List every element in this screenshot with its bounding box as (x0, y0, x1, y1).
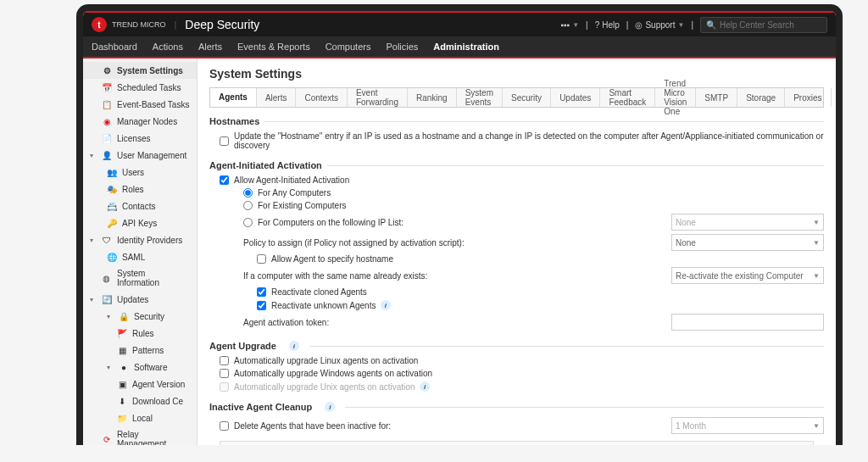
aia-allow-checkbox[interactable]: Allow Agent-Initiated Activation (220, 175, 349, 185)
help-link[interactable]: ?Help (595, 20, 620, 30)
tab-smtp[interactable]: SMTP (696, 88, 737, 107)
sidebar-item-event-based-tasks[interactable]: 📋Event-Based Tasks (83, 96, 197, 113)
sidebar-item-contacts[interactable]: 📇Contacts (83, 198, 197, 214)
tab-scroll-left[interactable]: ‹ (832, 88, 836, 107)
contacts-icon: 📇 (107, 201, 117, 211)
topbar-divider: | (586, 20, 588, 30)
tab-agents[interactable]: Agents (210, 88, 257, 107)
sidebar-item-local[interactable]: 📁Local (83, 409, 197, 426)
aia-token-input[interactable] (671, 314, 824, 331)
cleanup-note: NOTE Deleting an agent removes any assig… (220, 441, 814, 445)
tab-updates[interactable]: Updates (551, 88, 600, 107)
upgrade-windows-checkbox[interactable]: Automatically upgrade Windows agents on … (220, 369, 432, 378)
relay-icon: ⟳ (102, 434, 112, 444)
nav-dashboard[interactable]: Dashboard (92, 42, 137, 52)
hostnames-update-checkbox[interactable]: Update the "Hostname" entry if an IP is … (220, 131, 824, 150)
aia-same-name-label: If a computer with the same name already… (243, 271, 427, 281)
tab-contexts[interactable]: Contexts (296, 88, 347, 107)
sidebar-item-user-management[interactable]: ▾👤User Management (83, 147, 197, 164)
nav-actions[interactable]: Actions (153, 42, 183, 52)
tab-ranking[interactable]: Ranking (408, 88, 457, 107)
software-icon: ● (119, 362, 129, 372)
identity-icon: 🛡 (102, 235, 112, 245)
sidebar-item-system-information[interactable]: ◍System Information (83, 265, 197, 291)
brand-sublabel: TREND MICRO (112, 20, 166, 29)
aia-reactivate-cloned-checkbox[interactable]: Reactivate cloned Agents (257, 287, 367, 297)
tab-smart-feedback[interactable]: Smart Feedback (600, 88, 655, 107)
life-ring-icon: ◎ (635, 20, 643, 30)
nav-policies[interactable]: Policies (386, 42, 418, 52)
info-icon[interactable]: i (289, 341, 299, 351)
sidebar-item-api-keys[interactable]: 🔑API Keys (83, 214, 197, 231)
section-hostnames: Hostnames (209, 116, 824, 126)
key-icon: 🔑 (107, 218, 117, 228)
pattern-icon: ▦ (117, 345, 127, 355)
cleanup-duration-select[interactable]: 1 Month▼ (671, 417, 824, 434)
help-search-input[interactable] (720, 20, 821, 30)
nav-events[interactable]: Events & Reports (237, 42, 310, 52)
chevron-down-icon: ▾ (90, 237, 97, 244)
nav-administration[interactable]: Administration (433, 42, 499, 52)
license-icon: 📄 (102, 133, 112, 143)
page-title: System Settings (209, 67, 824, 81)
sidebar-item-rules[interactable]: 🚩Rules (83, 325, 197, 342)
nav-alerts[interactable]: Alerts (198, 42, 222, 52)
info-icon[interactable]: i (325, 402, 335, 412)
tab-event-forwarding[interactable]: Event Forwarding (348, 88, 408, 107)
tab-security[interactable]: Security (503, 88, 551, 107)
aia-radio-iplist[interactable]: For Computers on the following IP List: (243, 218, 403, 227)
aia-radio-existing[interactable]: For Existing Computers (243, 201, 346, 210)
upgrade-linux-checkbox[interactable]: Automatically upgrade Linux agents on ac… (220, 356, 418, 365)
sidebar-item-security[interactable]: ▾🔒Security (83, 308, 197, 325)
chevron-down-icon: ▾ (90, 296, 97, 303)
aia-iplist-select[interactable]: None▼ (671, 214, 824, 231)
tab-tmvo[interactable]: Trend Micro Vision One (655, 88, 696, 107)
sidebar-item-system-settings[interactable]: ⚙System Settings (83, 62, 197, 79)
aia-allow-hostname-checkbox[interactable]: Allow Agent to specify hostname (257, 254, 393, 264)
sidebar-item-saml[interactable]: 🌐SAML (83, 248, 197, 265)
aia-policy-select[interactable]: None▼ (671, 234, 824, 251)
task-icon: 📋 (102, 99, 112, 109)
tab-storage[interactable]: Storage (737, 88, 785, 107)
info-icon[interactable]: i (381, 300, 391, 310)
support-dropdown[interactable]: ◎Support ▼ (635, 20, 684, 30)
aia-radio-any[interactable]: For Any Computers (243, 188, 331, 198)
cleanup-delete-checkbox[interactable]: Delete Agents that have been inactive fo… (220, 421, 391, 431)
lock-icon: 🔒 (119, 311, 129, 321)
section-aia: Agent-Initiated Activation (209, 160, 824, 170)
flag-icon: 🚩 (117, 328, 127, 338)
sidebar-item-roles[interactable]: 🎭Roles (83, 181, 197, 198)
sidebar-item-licenses[interactable]: 📄Licenses (83, 130, 197, 147)
help-search[interactable]: 🔍 (700, 17, 827, 33)
download-icon: ⬇ (117, 396, 127, 406)
sidebar-item-identity-providers[interactable]: ▾🛡Identity Providers (83, 231, 197, 248)
chevron-down-icon: ▾ (107, 313, 114, 320)
sidebar-item-relay-management[interactable]: ⟳Relay Management (83, 426, 197, 445)
nav-computers[interactable]: Computers (326, 42, 371, 52)
tab-proxies[interactable]: Proxies (785, 88, 831, 107)
sidebar-item-scheduled-tasks[interactable]: 📅Scheduled Tasks (83, 79, 197, 96)
section-upgrade: Agent Upgrade i (209, 341, 824, 351)
updates-icon: 🔄 (102, 294, 112, 304)
sidebar-item-users[interactable]: 👥Users (83, 164, 197, 181)
chevron-down-icon: ▾ (90, 152, 97, 159)
aia-reactivate-unknown-checkbox[interactable]: Reactivate unknown Agents (257, 301, 376, 310)
account-dropdown[interactable]: ▪▪▪ ▼ (561, 20, 580, 30)
aia-same-name-select[interactable]: Re-activate the existing Computer▼ (671, 267, 824, 284)
users-icon: 👥 (107, 167, 117, 177)
tab-alerts[interactable]: Alerts (257, 88, 297, 107)
chevron-down-icon: ▼ (813, 422, 820, 430)
sidebar-item-agent-version[interactable]: ▣Agent Version (83, 376, 197, 392)
info-icon[interactable]: i (420, 381, 430, 392)
sidebar-item-download-center[interactable]: ⬇Download Ce (83, 392, 197, 409)
sidebar-item-software[interactable]: ▾●Software (83, 359, 197, 376)
main-nav: Dashboard Actions Alerts Events & Report… (83, 36, 836, 58)
sidebar-item-manager-nodes[interactable]: ◉Manager Nodes (83, 113, 197, 130)
agent-icon: ▣ (117, 379, 127, 389)
upgrade-unix-checkbox: Automatically upgrade Unix agents on act… (220, 382, 415, 392)
chevron-down-icon: ▾ (107, 364, 114, 371)
sidebar-item-updates[interactable]: ▾🔄Updates (83, 291, 197, 308)
tab-system-events[interactable]: System Events (457, 88, 503, 107)
app-title: Deep Security (185, 18, 259, 31)
sidebar-item-patterns[interactable]: ▦Patterns (83, 342, 197, 359)
